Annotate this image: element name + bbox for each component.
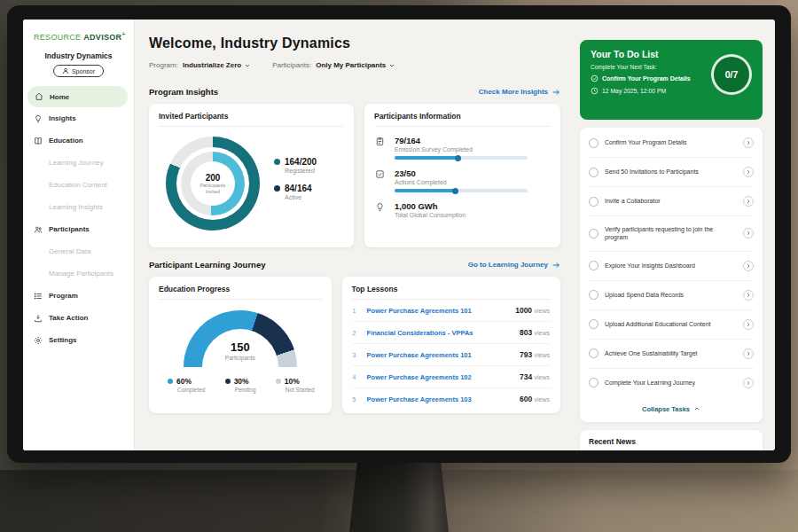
program-filter[interactable]: Program: Industrialize Zero (149, 61, 251, 69)
task-checkbox[interactable] (589, 290, 598, 300)
program-insights-section-header: Program Insights Check More Insights (149, 87, 560, 97)
task-row[interactable]: Confirm Your Program Details (589, 129, 754, 158)
legend-label: Pending (235, 387, 256, 393)
list-item[interactable]: 5 Power Purchase Agreements 103 600 view… (352, 388, 551, 410)
task-row[interactable]: Complete Your Learning Journey (589, 369, 754, 397)
chevron-right-icon[interactable] (743, 137, 754, 148)
sidebar-item-education-content[interactable]: Education Content (23, 174, 134, 196)
lesson-rank: 5 (353, 396, 360, 403)
lesson-title-link[interactable]: Power Purchase Agreements 101 (367, 351, 512, 359)
task-checkbox[interactable] (589, 168, 598, 177)
task-checkbox[interactable] (589, 138, 598, 148)
sidebar-item-manage-participants[interactable]: Manage Participants (23, 262, 134, 285)
sidebar-item-learning-journey[interactable]: Learning Journey (23, 152, 134, 174)
sidebar-item-label: Education (49, 137, 83, 145)
lesson-views: 803 (520, 328, 532, 337)
participants-filter[interactable]: Participants: Only My Participants (272, 61, 395, 69)
sidebar-nav: Home Insights Education Learning Journey… (23, 86, 134, 351)
metric-row: 1,000 GWh Total Global Consumption (374, 201, 551, 218)
chevron-right-icon[interactable] (743, 167, 754, 177)
task-row[interactable]: Verify participants requesting to join t… (589, 216, 754, 252)
list-item[interactable]: 4 Power Purchase Agreements 102 734 view… (352, 366, 551, 388)
collapse-tasks-button[interactable]: Collapse Tasks (589, 397, 754, 421)
recent-news-card: Recent News (580, 430, 763, 450)
donut-gap: 200 Participants Invited (176, 147, 249, 220)
list-item[interactable]: 1 Power Purchase Agreements 101 1000 vie… (352, 300, 551, 322)
go-to-learning-journey-link[interactable]: Go to Learning Journey (468, 261, 560, 270)
chevron-right-icon[interactable] (743, 261, 754, 271)
sidebar-item-settings[interactable]: Settings (23, 329, 134, 351)
download-icon (34, 314, 43, 323)
check-more-insights-link[interactable]: Check More Insights (479, 88, 560, 97)
lesson-title-link[interactable]: Power Purchase Agreements 101 (367, 307, 509, 315)
progress-fill (395, 189, 456, 192)
section-title-learning-journey: Participant Learning Journey (149, 260, 265, 270)
sidebar-item-program[interactable]: Program (23, 285, 134, 307)
task-checkbox[interactable] (589, 229, 598, 239)
progress-bar (395, 189, 528, 192)
chevron-right-icon[interactable] (743, 290, 754, 301)
sidebar-item-take-action[interactable]: Take Action (23, 307, 134, 329)
legend-label: Active (285, 194, 317, 200)
legend-item-active: 84/164 Active (274, 184, 317, 200)
list-item[interactable]: 2 Financial Considerations - VPPAs 803 v… (352, 322, 551, 344)
sidebar-item-insights[interactable]: Insights (23, 107, 134, 129)
participants-information-card: Participants Information 79/164 Emission… (364, 104, 560, 247)
task-checkbox[interactable] (589, 261, 598, 270)
task-label: Complete Your Learning Journey (605, 379, 737, 387)
sponsor-badge[interactable]: Sponsor (53, 65, 104, 77)
task-checkbox[interactable] (589, 348, 598, 358)
lesson-views-unit: views (534, 396, 550, 403)
list-item[interactable]: 3 Power Purchase Agreements 101 793 view… (352, 344, 551, 366)
legend-item-not-started: 10% Not Started (276, 377, 315, 393)
todo-progress-value: 0/7 (725, 69, 739, 80)
task-row[interactable]: Invite a Collaborator (589, 187, 754, 216)
chevron-right-icon[interactable] (743, 228, 754, 239)
task-label: Send 50 Invitations to Participants (605, 168, 737, 176)
chevron-right-icon[interactable] (743, 319, 754, 330)
donut-center: 200 Participants Invited (191, 161, 235, 206)
task-checkbox[interactable] (589, 319, 598, 329)
chevron-right-icon[interactable] (743, 378, 754, 388)
chevron-right-icon[interactable] (743, 196, 754, 207)
task-checkbox[interactable] (589, 197, 598, 207)
gear-icon (34, 336, 43, 345)
gauge-center-value: 150 (202, 340, 278, 354)
lesson-title-link[interactable]: Financial Considerations - VPPAs (367, 329, 512, 337)
sidebar-item-general-data[interactable]: General Data (23, 240, 134, 262)
metric-row: 79/164 Emission Survey Completed (374, 136, 551, 160)
people-icon (34, 225, 43, 234)
lesson-title-link[interactable]: Power Purchase Agreements 102 (367, 373, 512, 381)
todo-summary-card: Your To Do List Complete Your Next Task:… (580, 40, 763, 120)
sidebar-item-participants[interactable]: Participants (23, 218, 134, 240)
brand-advisor: ADVISOR (83, 33, 121, 42)
sidebar-item-learning-insights[interactable]: Learning Insights (23, 196, 134, 218)
sidebar-item-label: Learning Insights (49, 203, 103, 211)
todo-progress-ring: 0/7 (711, 54, 752, 95)
section-title-program-insights: Program Insights (149, 87, 218, 97)
chevron-right-icon[interactable] (743, 348, 754, 359)
lesson-views-unit: views (534, 330, 550, 336)
task-row[interactable]: Achieve One Sustainability Target (589, 340, 754, 369)
task-row[interactable]: Upload Spend Data Records (589, 281, 754, 310)
top-lessons-card: Top Lessons 1 Power Purchase Agreements … (342, 277, 560, 413)
task-checkbox[interactable] (589, 378, 598, 387)
metric-value: 1,000 GWh (395, 201, 466, 211)
brand-resource: RESOURCE (34, 33, 81, 42)
legend-label: Completed (177, 387, 205, 393)
lesson-rank: 4 (353, 374, 360, 380)
legend-dot (274, 159, 280, 165)
lesson-title-link[interactable]: Power Purchase Agreements 103 (367, 395, 512, 403)
monitor-bezel: RESOURCE ADVISOR+ Industry Dynamics Spon… (7, 5, 791, 463)
sidebar-item-education[interactable]: Education (23, 129, 134, 152)
task-row[interactable]: Explore Your Insights Dashboard (589, 252, 754, 281)
education-progress-card: Education Progress 150 Participants 60% … (149, 277, 332, 413)
card-title: Invited Participants (159, 112, 344, 127)
app-window: RESOURCE ADVISOR+ Industry Dynamics Spon… (23, 20, 775, 450)
sidebar-item-home[interactable]: Home (27, 86, 128, 107)
main-content: Welcome, Industry Dynamics Program: Indu… (135, 20, 573, 450)
brand-plus: + (121, 31, 125, 37)
task-row[interactable]: Upload Additional Educational Content (589, 310, 754, 340)
task-row[interactable]: Send 50 Invitations to Participants (589, 158, 754, 187)
donut-legend: 164/200 Registered 84/164 Active (274, 157, 317, 210)
